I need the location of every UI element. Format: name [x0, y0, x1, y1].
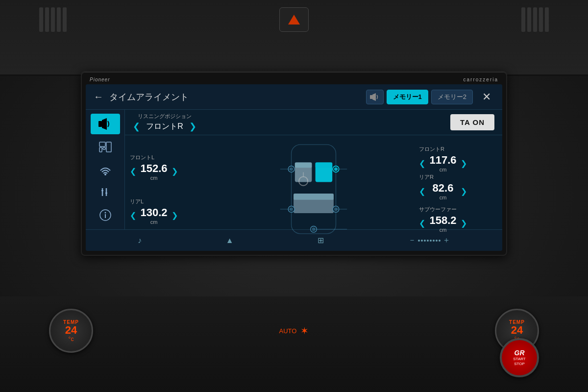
rear-right-control: リアR ❮ 82.6 cm ❯	[419, 173, 497, 200]
rear-left-label: リアL	[130, 198, 208, 205]
center-controls: AUTO ✶	[279, 325, 309, 337]
ta-button[interactable]: TA ON	[450, 114, 494, 130]
temp-knob-left[interactable]: TEMP 24 °c	[49, 309, 93, 353]
svg-rect-4	[99, 142, 105, 147]
head-unit: Pioneer carrozzeria ← タイムアライメント メモリー1	[81, 71, 507, 256]
auto-fan-control[interactable]: AUTO ✶	[279, 325, 309, 337]
speaker-area: フロントL ❮ 152.6 cm ❯	[125, 135, 502, 243]
sidebar-item-sound[interactable]	[91, 114, 120, 134]
vent-center	[279, 7, 309, 32]
vent-right	[521, 7, 549, 32]
rear-right-prev[interactable]: ❮	[419, 187, 425, 196]
svg-marker-3	[102, 118, 107, 130]
position-prev-button[interactable]: ❮	[133, 121, 140, 132]
rear-right-unit: cm	[428, 195, 458, 200]
screen-body: リスニングポジション ❮ フロントR ❯ TA ON	[86, 110, 502, 229]
screen-title: タイムアライメント	[109, 91, 360, 103]
svg-rect-0	[370, 95, 372, 99]
svg-point-8	[104, 173, 106, 175]
front-right-value: 117.6	[428, 154, 458, 167]
main-content: リスニングポジション ❮ フロントR ❯ TA ON	[125, 110, 502, 229]
subwoofer-value: 158.2	[428, 214, 458, 227]
svg-rect-19	[295, 162, 312, 168]
rear-left-control: リアL ❮ 130.2 cm ❯	[130, 198, 208, 225]
front-left-control: フロントL ❮ 152.6 cm ❯	[130, 154, 208, 181]
svg-rect-7	[106, 142, 111, 152]
position-selector-group: リスニングポジション ❮ フロントR ❯	[133, 113, 196, 132]
svg-point-15	[104, 212, 106, 213]
screen: ← タイムアライメント メモリー1 メモリー2 ✕	[86, 84, 502, 251]
speakers-right: フロントR ❮ 117.6 cm ❯	[419, 140, 497, 238]
memory2-button[interactable]: メモリー2	[431, 90, 473, 104]
svg-rect-20	[316, 162, 333, 168]
subwoofer-next[interactable]: ❯	[461, 219, 467, 228]
front-right-control: フロントR ❮ 117.6 cm ❯	[419, 146, 497, 172]
vent-left	[39, 7, 67, 32]
close-button[interactable]: ✕	[479, 89, 494, 105]
gr-sublabel: STARTSTOP	[513, 357, 525, 366]
fan-icon: ✶	[300, 325, 309, 337]
gr-label: GR	[514, 349, 525, 357]
gr-start-stop-button[interactable]: GR STARTSTOP	[500, 338, 539, 377]
brand-carrozzeria: carrozzeria	[464, 77, 498, 82]
rear-left-unit: cm	[139, 219, 169, 225]
front-right-prev[interactable]: ❮	[419, 159, 425, 168]
front-left-next[interactable]: ❯	[172, 167, 178, 176]
front-right-unit: cm	[428, 167, 458, 172]
front-right-next[interactable]: ❯	[461, 159, 467, 168]
position-label: リスニングポジション	[133, 113, 196, 120]
front-left-unit: cm	[139, 175, 169, 181]
subwoofer-prev[interactable]: ❮	[419, 219, 425, 228]
back-button[interactable]: ←	[94, 91, 103, 102]
front-left-prev[interactable]: ❮	[130, 167, 136, 176]
position-bar: リスニングポジション ❮ フロントR ❯ TA ON	[125, 110, 502, 135]
rear-left-value: 130.2	[139, 206, 169, 219]
rear-left-prev[interactable]: ❮	[130, 211, 136, 220]
front-left-label: フロントL	[130, 154, 208, 161]
svg-rect-6	[103, 147, 105, 149]
svg-rect-16	[292, 145, 336, 234]
temp-value-left: 24	[65, 325, 77, 336]
svg-marker-1	[372, 93, 376, 101]
speaker-icon-btn[interactable]	[366, 90, 384, 104]
rear-left-next[interactable]: ❯	[172, 211, 178, 220]
memory1-button[interactable]: メモリー1	[387, 90, 428, 104]
auto-label: AUTO	[279, 327, 297, 335]
subwoofer-control: サブウーファー ❮ 158.2 cm ❯	[419, 206, 497, 233]
rear-right-value: 82.6	[428, 182, 458, 195]
temp-unit-left: °c	[69, 336, 74, 343]
sidebar	[86, 110, 125, 229]
position-next-button[interactable]: ❯	[189, 121, 196, 132]
subwoofer-unit: cm	[428, 227, 458, 233]
sidebar-item-display[interactable]	[91, 136, 120, 157]
sidebar-item-wifi[interactable]	[91, 159, 120, 180]
header-buttons: メモリー1 メモリー2	[366, 90, 473, 104]
rear-right-next[interactable]: ❯	[461, 187, 467, 196]
sidebar-item-tools[interactable]	[91, 182, 120, 202]
temp-value-right: 24	[511, 325, 523, 336]
hazard-button[interactable]	[279, 7, 309, 32]
svg-rect-5	[99, 147, 102, 152]
rear-right-label: リアR	[419, 173, 497, 181]
car-diagram	[208, 140, 419, 238]
speakers-left: フロントL ❮ 152.6 cm ❯	[130, 140, 208, 238]
svg-rect-2	[98, 121, 102, 127]
position-name: フロントR	[145, 122, 184, 132]
svg-rect-22	[294, 194, 334, 200]
front-right-label: フロントR	[419, 146, 497, 153]
front-left-value: 152.6	[139, 162, 169, 175]
screen-header: ← タイムアライメント メモリー1 メモリー2 ✕	[86, 84, 502, 110]
brand-pioneer: Pioneer	[90, 77, 110, 82]
sidebar-item-info[interactable]	[91, 205, 120, 225]
subwoofer-label: サブウーファー	[419, 206, 497, 213]
